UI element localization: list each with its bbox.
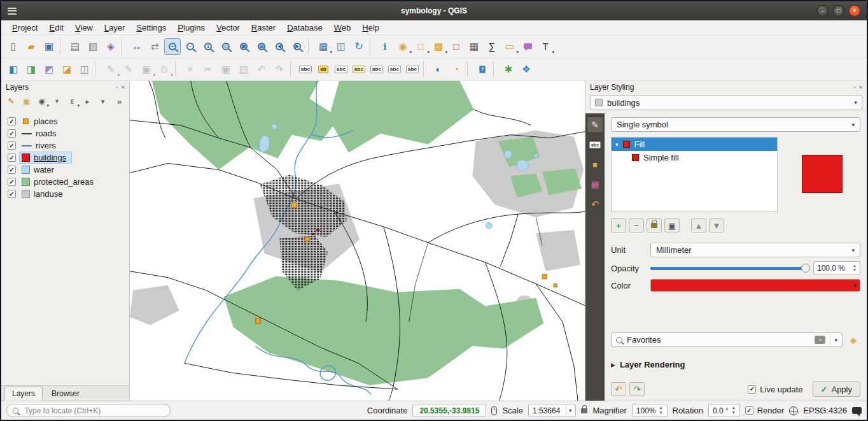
text-annotation-button[interactable]: T▾ [537,38,554,55]
layer-item-buildings[interactable]: ✓buildings [1,152,129,164]
menu-project[interactable]: Project [6,22,43,34]
layer-checkbox[interactable]: ✓ [8,153,16,162]
help-contents-button[interactable]: ? [474,61,491,78]
layer-item-landuse[interactable]: ✓landuse [1,188,129,200]
zoom-to-layer-button[interactable]: ▤ [253,38,270,55]
titlebar[interactable]: symbology - QGIS –□× [1,1,867,20]
new-project-button[interactable]: ▯ [5,38,22,55]
paste-features-button[interactable]: ▤ [235,61,252,78]
panel-overflow-button[interactable]: » [113,95,126,108]
labels-tab-button[interactable]: abc [587,136,603,153]
layer-item-water[interactable]: ✓water [1,164,129,176]
layer-item-roads[interactable]: ✓roads [1,127,129,139]
new-3d-map-view-button[interactable]: ◫ [333,38,349,55]
float-panel-icon[interactable]: ▫ [116,84,118,90]
undo-button[interactable]: ↶ [253,61,270,78]
layer-rendering-section[interactable]: ▶ Layer Rendering [611,360,860,369]
menu-plugins[interactable]: Plugins [172,22,211,34]
close-panel-icon[interactable]: × [122,84,125,90]
layer-checkbox[interactable]: ✓ [8,117,16,125]
spinner-arrows-icon[interactable]: ▲ ▼ [853,264,857,273]
layer-checkbox[interactable]: ✓ [8,129,16,138]
save-project-button[interactable]: ▣ [41,38,57,55]
menu-vector[interactable]: Vector [211,22,246,34]
messages-icon[interactable] [852,407,862,414]
diagrams-tab-button[interactable]: ▦ [587,176,603,192]
add-group-button[interactable]: ▣ [20,95,33,108]
spin-down-icon[interactable]: ▼ [659,411,663,415]
run-feature-action-button[interactable]: ◉▾ [395,38,411,55]
style-manager-button[interactable]: ◈ [102,38,119,55]
close-button[interactable]: × [849,5,860,17]
layer-item-rivers[interactable]: ✓rivers [1,139,129,152]
live-update-checkbox[interactable]: ✓ Live update [748,385,802,394]
save-layer-edits-button[interactable]: ▣▾ [138,61,155,78]
zoom-next-button[interactable]: ▶ [289,38,305,55]
measure-button[interactable]: ▭▾ [501,38,518,55]
redo-style-button[interactable]: ↷ [629,382,645,396]
menu-web[interactable]: Web [328,22,357,34]
undo-style-button[interactable]: ↶ [611,382,626,396]
lock-symbol-button[interactable] [647,218,662,232]
layer-selector-combo[interactable]: buildings ▾ [590,95,862,110]
pan-map-button[interactable]: ↔ [129,38,145,55]
menu-layer[interactable]: Layer [99,22,131,34]
redo-button[interactable]: ↷ [271,61,288,78]
symbol-tree-item-fill[interactable]: ▾Fill [612,138,777,151]
map-tips-button[interactable] [519,38,536,55]
new-virtual-layer-button[interactable]: ◪ [59,61,75,78]
show-layout-manager-button[interactable]: ▥ [85,38,101,55]
layer-checkbox[interactable]: ✓ [8,190,16,198]
clear-icon[interactable]: × [815,336,825,344]
manage-map-themes-button[interactable]: ◉▾ [35,95,48,108]
map-canvas[interactable] [130,81,585,401]
select-features-button[interactable]: □▾ [412,38,429,55]
toggle-editing-button[interactable]: ✎ [120,61,137,78]
spin-down-icon[interactable]: ▼ [853,268,857,273]
plugin-manager-button[interactable]: ❖ [518,61,535,78]
vertex-tool-button[interactable]: ⊙▾ [156,61,172,78]
remove-symbol-layer-button[interactable]: − [629,218,644,232]
move-symbol-down-button[interactable]: ▼ [709,218,724,232]
zoom-in-button[interactable]: + [164,38,181,55]
layer-checkbox[interactable]: ✓ [8,166,16,174]
new-temporary-scratch-layer-button[interactable]: ◫ [76,61,93,78]
select-by-value-button[interactable]: ▩▾ [430,38,447,55]
unit-combo[interactable]: Millimeter ▾ [650,243,860,257]
menu-database[interactable]: Database [281,22,328,34]
data-source-manager-button[interactable]: ◧ [5,61,22,78]
symbology-tab-button[interactable]: ✎ [587,117,603,133]
identify-features-button[interactable]: ℹ [377,38,393,55]
layer-labeling-button[interactable]: abc [297,61,314,78]
zoom-to-selection-button[interactable]: ▣ [235,38,252,55]
deselect-features-button[interactable]: □ [448,38,465,55]
current-edits-button[interactable]: ✎▾ [102,61,119,78]
open-attribute-table-button[interactable]: ▦ [466,38,482,55]
chevron-down-icon[interactable]: ▾ [830,333,837,346]
expand-all-button[interactable]: ▸ [81,95,94,108]
new-print-layout-button[interactable]: ▤ [67,38,83,55]
change-label-button[interactable]: abc [404,61,421,78]
menu-raster[interactable]: Raster [246,22,281,34]
layer-item-protected_areas[interactable]: ✓protected_areas [1,176,129,188]
refresh-map-button[interactable]: ↻ [351,38,367,55]
spin-down-icon[interactable]: ▼ [732,411,736,415]
filter-legend-button[interactable]: ▼ [50,95,64,108]
spin-up-icon[interactable]: ▲ [853,264,857,268]
zoom-last-button[interactable]: ◀ [271,38,288,55]
menu-edit[interactable]: Edit [43,22,69,34]
opacity-slider-handle[interactable] [801,264,810,273]
favorites-search[interactable]: Favorites × ▾ [611,332,843,347]
apply-button[interactable]: ✓ Apply [813,382,860,397]
lock-icon[interactable] [581,408,587,413]
symbol-type-combo[interactable]: Single symbol ▾ [611,117,860,132]
rotate-label-button[interactable]: abc [386,61,403,78]
add-symbol-layer-button[interactable]: + [611,218,626,232]
statistics-button[interactable]: ∑ [484,38,500,55]
menu-settings[interactable]: Settings [130,22,172,34]
new-shapefile-layer-button[interactable]: ◩ [41,61,57,78]
mouse-position-icon[interactable] [491,406,497,415]
new-geopackage-layer-button[interactable]: ◨ [23,61,39,78]
spinner-arrows-icon[interactable]: ▲ ▼ [732,406,736,415]
pin-labels-button[interactable]: abc [333,61,349,78]
